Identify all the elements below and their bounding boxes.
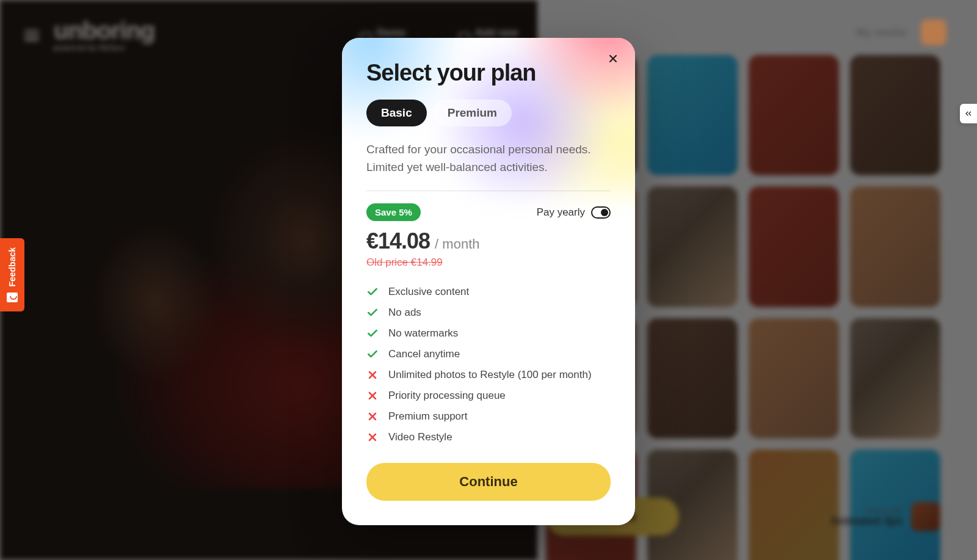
old-price: Old price €14.99 xyxy=(366,256,443,269)
style-card[interactable] xyxy=(850,186,940,307)
feature-text: No watermarks xyxy=(388,327,458,340)
feature-text: Video Restyle xyxy=(388,431,452,443)
active-style-thumb xyxy=(911,502,940,531)
pay-yearly-label: Pay yearly xyxy=(537,206,585,219)
style-card[interactable] xyxy=(647,318,738,438)
style-card[interactable] xyxy=(647,55,738,175)
plan-modal: Select your plan Basic Premium Crafted f… xyxy=(342,38,635,525)
smiley-icon xyxy=(7,293,18,302)
modal-title: Select your plan xyxy=(366,60,611,86)
menu-icon[interactable] xyxy=(24,30,39,41)
close-icon xyxy=(607,53,619,65)
pay-yearly-toggle[interactable]: Pay yearly xyxy=(537,206,611,219)
chevrons-icon xyxy=(964,109,973,118)
divider xyxy=(366,191,611,191)
feature-item: No watermarks xyxy=(366,327,611,340)
continue-button[interactable]: Continue xyxy=(366,463,611,501)
check-icon xyxy=(366,307,379,319)
tab-basic[interactable]: Basic xyxy=(366,100,427,126)
style-card[interactable] xyxy=(749,55,839,175)
active-style-selector[interactable]: Active style Animated 3ps xyxy=(830,502,940,531)
check-icon xyxy=(366,327,379,340)
feature-item: No ads xyxy=(366,307,611,319)
cross-icon xyxy=(366,390,379,402)
feature-text: Premium support xyxy=(388,410,467,423)
style-card[interactable] xyxy=(647,186,738,307)
brand-logo: unboring powered by Reface xyxy=(54,20,154,51)
feature-item: Premium support xyxy=(366,410,611,423)
style-card[interactable] xyxy=(850,318,940,438)
feature-text: Exclusive content xyxy=(388,286,469,298)
check-icon xyxy=(366,348,379,360)
logo-main: unboring xyxy=(54,20,154,42)
cross-icon xyxy=(366,410,379,423)
feedback-tab[interactable]: Feedback xyxy=(0,238,24,311)
feature-item: Priority processing queue xyxy=(366,390,611,402)
avatar[interactable] xyxy=(921,20,946,45)
my-media-link[interactable]: My media xyxy=(856,26,906,39)
panel-collapse-handle[interactable] xyxy=(960,104,977,123)
feature-text: Priority processing queue xyxy=(388,390,506,402)
price-amount: €14.08 xyxy=(366,228,430,254)
plan-description: Crafted for your occasional personal nee… xyxy=(366,141,598,176)
feature-text: Cancel anytime xyxy=(388,348,460,360)
feature-item: Exclusive content xyxy=(366,286,611,298)
style-card[interactable] xyxy=(749,318,839,438)
logo-subtitle: powered by Reface xyxy=(54,44,154,51)
feature-item: Unlimited photos to Restyle (100 per mon… xyxy=(366,369,611,381)
plan-tabs: Basic Premium xyxy=(366,100,611,126)
feature-list: Exclusive contentNo adsNo watermarksCanc… xyxy=(366,286,611,443)
toggle-switch[interactable] xyxy=(591,206,611,219)
price-period: / month xyxy=(435,236,479,252)
feature-text: No ads xyxy=(388,307,421,319)
feature-text: Unlimited photos to Restyle (100 per mon… xyxy=(388,369,592,381)
close-button[interactable] xyxy=(605,50,622,67)
cross-icon xyxy=(366,369,379,381)
feedback-label: Feedback xyxy=(7,247,17,287)
header-right: My media xyxy=(856,20,946,45)
style-card[interactable] xyxy=(850,55,940,175)
feature-item: Cancel anytime xyxy=(366,348,611,360)
check-icon xyxy=(366,286,379,298)
style-card[interactable] xyxy=(749,186,839,307)
feature-item: Video Restyle xyxy=(366,431,611,443)
cross-icon xyxy=(366,431,379,443)
save-badge: Save 5% xyxy=(366,203,421,221)
active-style-hint: Active style xyxy=(830,506,903,515)
active-style-name: Animated 3ps xyxy=(830,515,903,528)
tab-premium[interactable]: Premium xyxy=(433,100,512,126)
